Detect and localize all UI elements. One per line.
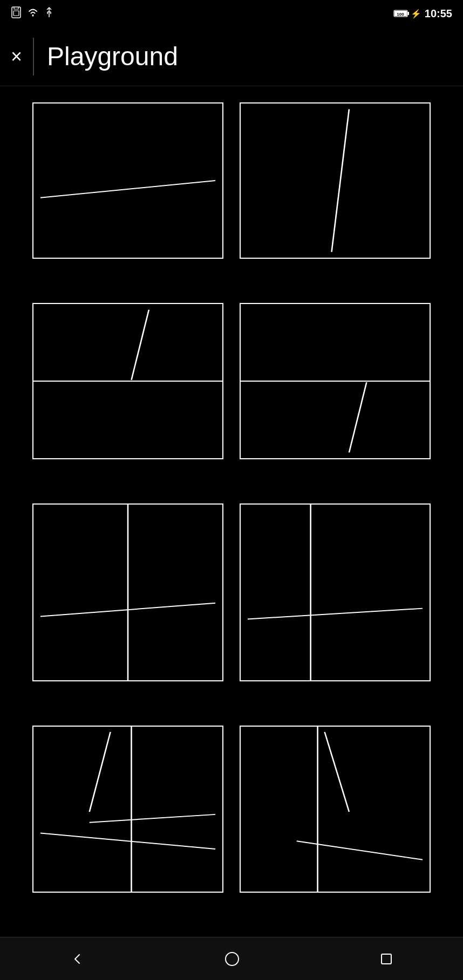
svg-line-26 [325, 732, 349, 812]
close-button[interactable]: × [11, 45, 22, 68]
layout-grid [0, 86, 463, 937]
page-title: Playground [47, 42, 178, 71]
svg-point-28 [226, 953, 239, 965]
svg-rect-1 [13, 11, 19, 16]
recents-button[interactable] [379, 952, 393, 966]
layout-item-3[interactable] [32, 303, 223, 459]
svg-line-27 [297, 841, 423, 860]
svg-point-2 [32, 15, 34, 17]
svg-line-14 [131, 310, 148, 380]
layout-item-4[interactable] [240, 303, 431, 459]
layout-item-2[interactable] [240, 102, 431, 259]
home-button[interactable] [224, 951, 240, 967]
layout-item-6[interactable] [240, 503, 431, 681]
title-divider [33, 38, 34, 75]
svg-line-11 [40, 181, 215, 198]
usb-icon [44, 6, 54, 20]
sim-icon [11, 6, 22, 21]
bottom-nav [0, 937, 463, 980]
layout-item-1[interactable] [32, 102, 223, 259]
layout-item-8[interactable] [240, 726, 431, 893]
svg-rect-8 [407, 12, 409, 15]
svg-text:100: 100 [397, 12, 404, 17]
svg-line-22 [90, 732, 111, 812]
svg-line-20 [248, 609, 423, 619]
clock: 10:55 [425, 8, 452, 20]
battery-indicator: 100 ⚡ [393, 9, 421, 19]
svg-line-24 [90, 815, 215, 823]
svg-rect-29 [382, 954, 391, 964]
status-right: 100 ⚡ 10:55 [393, 8, 452, 20]
app-bar: × Playground [0, 27, 463, 86]
svg-line-23 [40, 833, 215, 849]
back-button[interactable] [70, 951, 85, 967]
svg-line-16 [349, 382, 366, 452]
layout-item-7[interactable] [32, 726, 223, 893]
wifi-icon [27, 8, 39, 19]
status-left-icons [11, 6, 54, 21]
svg-line-12 [332, 109, 349, 252]
layout-item-5[interactable] [32, 503, 223, 681]
status-bar: 100 ⚡ 10:55 [0, 0, 463, 27]
